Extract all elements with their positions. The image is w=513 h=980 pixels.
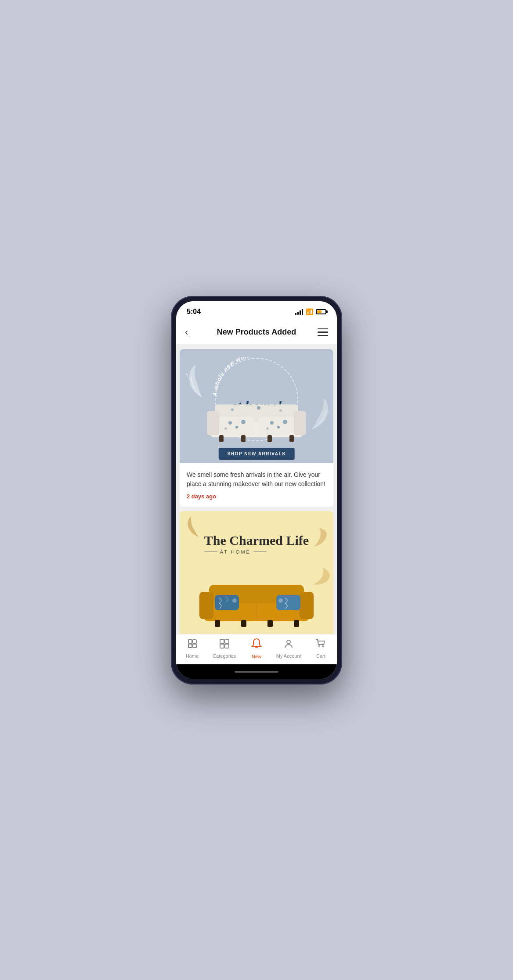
- svg-point-47: [319, 645, 320, 647]
- svg-point-48: [322, 645, 324, 647]
- back-button[interactable]: ‹: [185, 327, 199, 338]
- svg-point-19: [257, 406, 260, 410]
- phone-screen: 5:04 📶 ‹ New Products Added: [176, 301, 337, 679]
- svg-rect-42: [220, 639, 224, 643]
- categories-icon: [219, 638, 230, 652]
- cart-icon: [315, 638, 326, 652]
- svg-point-2: [185, 375, 186, 376]
- home-indicator: [235, 671, 278, 673]
- svg-rect-23: [267, 435, 272, 442]
- svg-point-20: [279, 409, 282, 412]
- svg-rect-27: [199, 592, 213, 619]
- card-1-description: We smell some fresh arrivals in the air.…: [187, 470, 326, 489]
- wifi-icon: 📶: [306, 308, 313, 315]
- status-bar: 5:04 📶: [176, 301, 337, 321]
- status-icons: 📶: [295, 308, 326, 315]
- nav-myaccount-label: My Account: [276, 653, 301, 659]
- bell-icon: [251, 638, 262, 652]
- svg-point-33: [278, 598, 283, 603]
- svg-rect-21: [219, 435, 224, 442]
- svg-point-14: [270, 421, 274, 425]
- banner-1: A whole new world at home!: [180, 349, 333, 463]
- nav-cart-label: Cart: [316, 653, 325, 659]
- svg-point-17: [266, 427, 269, 430]
- banner-2-title: The Charmed Life: [204, 533, 309, 548]
- nav-item-categories[interactable]: Categories: [211, 638, 238, 659]
- svg-point-16: [283, 420, 287, 424]
- svg-rect-34: [215, 620, 220, 627]
- svg-rect-22: [241, 435, 246, 442]
- card-1-body: We smell some fresh arrivals in the air.…: [180, 463, 333, 507]
- svg-point-12: [241, 420, 246, 424]
- nav-categories-label: Categories: [213, 653, 236, 659]
- menu-button[interactable]: [314, 328, 328, 336]
- signal-icon: [295, 309, 303, 315]
- svg-point-32: [232, 598, 237, 603]
- svg-point-46: [287, 640, 290, 644]
- nav-home-label: Home: [186, 653, 199, 659]
- svg-rect-39: [193, 640, 196, 643]
- phone-frame: 5:04 📶 ‹ New Products Added: [171, 296, 342, 685]
- card-1: A whole new world at home!: [180, 349, 333, 507]
- nav-new-label: New: [252, 654, 261, 659]
- svg-point-11: [235, 426, 238, 429]
- card-1-timestamp: 2 days ago: [187, 493, 326, 500]
- banner-2-subtitle: AT HOME: [204, 549, 309, 555]
- app-header: ‹ New Products Added: [176, 321, 337, 345]
- bottom-navigation: Home Categories: [176, 634, 337, 664]
- svg-rect-36: [267, 620, 273, 627]
- svg-rect-37: [294, 620, 299, 627]
- page-title: New Products Added: [217, 328, 296, 337]
- svg-rect-35: [241, 620, 246, 627]
- svg-rect-38: [188, 640, 192, 643]
- status-time: 5:04: [187, 308, 201, 316]
- svg-rect-44: [220, 644, 224, 648]
- svg-rect-9: [259, 417, 294, 435]
- svg-rect-40: [188, 644, 192, 648]
- account-icon: [283, 638, 294, 652]
- svg-rect-41: [193, 644, 196, 648]
- shop-new-arrivals-button[interactable]: SHOP NEW ARRIVALS: [219, 448, 295, 460]
- svg-point-15: [277, 426, 280, 429]
- leaf-tr-decoration: [311, 527, 332, 555]
- sofa-image-1: [197, 391, 316, 446]
- banner-2: The Charmed Life AT HOME: [180, 511, 333, 634]
- svg-point-13: [224, 427, 227, 430]
- svg-rect-28: [300, 592, 314, 619]
- nav-item-cart[interactable]: Cart: [307, 638, 334, 659]
- nav-item-new[interactable]: New: [243, 638, 270, 659]
- battery-icon: [316, 309, 326, 314]
- svg-point-18: [231, 408, 234, 411]
- sofa-image-2: [191, 571, 322, 630]
- svg-point-10: [228, 421, 232, 425]
- home-bar-area: [176, 664, 337, 679]
- card-2: The Charmed Life AT HOME: [180, 511, 333, 634]
- svg-rect-6: [207, 411, 219, 435]
- content-area: A whole new world at home!: [176, 345, 337, 634]
- nav-item-home[interactable]: Home: [179, 638, 206, 659]
- home-icon: [187, 638, 198, 652]
- svg-rect-7: [294, 411, 306, 435]
- svg-rect-24: [289, 435, 294, 442]
- svg-rect-45: [225, 644, 229, 648]
- svg-rect-43: [225, 639, 229, 643]
- nav-item-myaccount[interactable]: My Account: [275, 638, 302, 659]
